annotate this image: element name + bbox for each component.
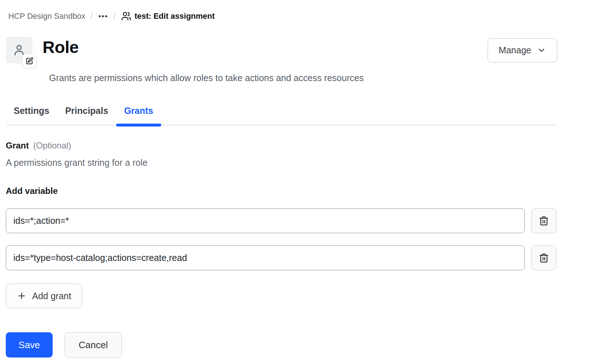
chevron-down-icon: [537, 46, 546, 55]
role-edit-page: HCP Design Sandbox / ••• / test: Edit as…: [0, 0, 557, 358]
save-button[interactable]: Save: [6, 332, 53, 358]
delete-grant-1-button[interactable]: [531, 208, 556, 233]
grant-field-label: Grant: [6, 141, 29, 151]
plus-icon: [17, 291, 26, 301]
page-description: Grants are permissions which allow roles…: [49, 73, 557, 83]
edit-pencil-icon: [25, 57, 34, 65]
breadcrumb: HCP Design Sandbox / ••• / test: Edit as…: [6, 10, 557, 22]
role-avatar: [6, 37, 32, 63]
tab-settings[interactable]: Settings: [6, 106, 57, 125]
page-title: Role: [43, 37, 79, 57]
delete-grant-2-button[interactable]: [531, 245, 556, 270]
page-header: Role Manage: [6, 37, 557, 63]
breadcrumb-separator: /: [91, 12, 93, 21]
title-block: Role: [43, 37, 79, 57]
add-grant-button-label: Add grant: [32, 291, 71, 301]
breadcrumb-ellipsis[interactable]: •••: [98, 12, 108, 21]
add-variable-heading: Add variable: [6, 186, 557, 196]
users-icon: [121, 11, 131, 21]
trash-icon: [538, 253, 549, 263]
tab-grants[interactable]: Grants: [116, 106, 161, 125]
add-grant-button[interactable]: Add grant: [6, 284, 82, 308]
trash-icon: [538, 216, 549, 226]
grant-input-1[interactable]: [6, 208, 525, 233]
breadcrumb-separator: /: [114, 12, 116, 21]
grant-optional-label: (Optional): [33, 141, 71, 151]
breadcrumb-current: test: Edit assignment: [121, 11, 215, 21]
form-actions: Save Cancel: [6, 332, 557, 358]
grant-input-2[interactable]: [6, 245, 525, 270]
grant-row: [6, 245, 557, 270]
manage-button[interactable]: Manage: [488, 38, 557, 62]
breadcrumb-current-label: test: Edit assignment: [135, 12, 215, 21]
grant-field-label-row: Grant (Optional): [6, 141, 557, 151]
grant-row: [6, 208, 557, 233]
grant-help-text: A permissions grant string for a role: [6, 157, 557, 168]
edit-avatar-button[interactable]: [22, 54, 36, 68]
cancel-button[interactable]: Cancel: [65, 332, 122, 358]
breadcrumb-root-link[interactable]: HCP Design Sandbox: [8, 12, 85, 21]
tab-bar: Settings Principals Grants: [6, 106, 557, 125]
tab-principals[interactable]: Principals: [57, 106, 116, 125]
manage-button-label: Manage: [499, 45, 531, 56]
